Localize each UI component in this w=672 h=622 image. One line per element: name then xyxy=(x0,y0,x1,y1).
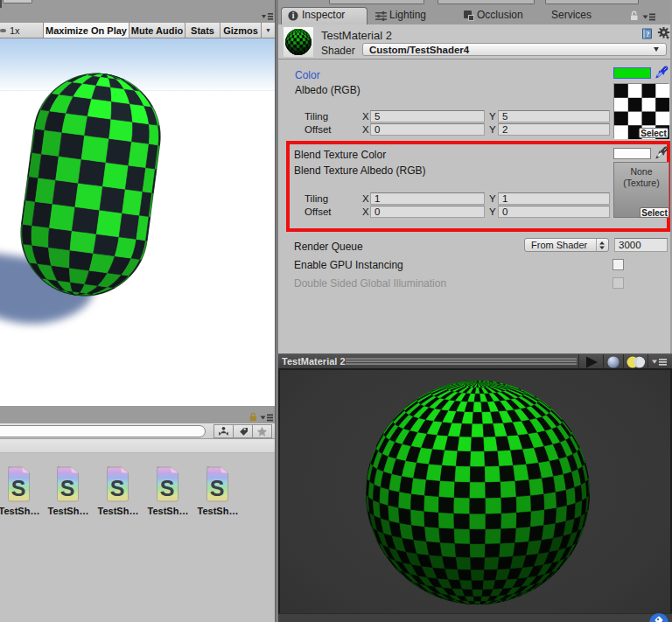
svg-text:?: ? xyxy=(646,30,650,38)
svg-text:S: S xyxy=(60,476,75,500)
svg-text:S: S xyxy=(11,476,26,500)
svg-text:S: S xyxy=(210,476,225,500)
svg-text:i: i xyxy=(292,11,295,20)
svg-text:S: S xyxy=(110,476,125,500)
svg-text:S: S xyxy=(160,476,175,500)
